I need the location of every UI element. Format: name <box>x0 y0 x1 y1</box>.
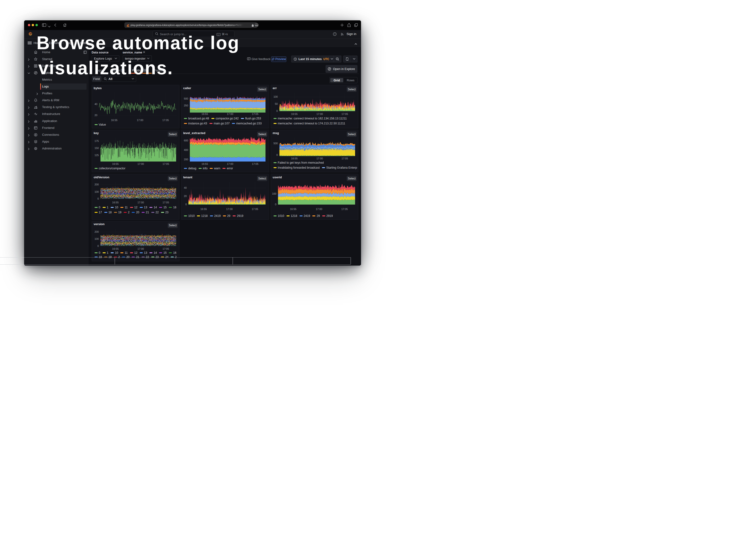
svg-text:17:05: 17:05 <box>162 119 169 121</box>
svg-text:16:55: 16:55 <box>291 157 298 160</box>
svg-text:40: 40 <box>184 187 187 189</box>
svg-text:17:00: 17:00 <box>316 157 323 160</box>
svg-text:17:00: 17:00 <box>227 162 234 165</box>
svg-text:150: 150 <box>94 147 99 149</box>
svg-text:16:55: 16:55 <box>290 208 297 210</box>
svg-text:16:55: 16:55 <box>111 119 117 121</box>
svg-text:0: 0 <box>276 154 278 156</box>
svg-text:17:00: 17:00 <box>137 119 143 121</box>
svg-text:17:05: 17:05 <box>342 157 348 160</box>
svg-text:100: 100 <box>94 237 99 240</box>
svg-text:500: 500 <box>273 142 278 145</box>
svg-text:16:55: 16:55 <box>202 162 208 165</box>
svg-text:400: 400 <box>184 148 188 151</box>
svg-text:17:05: 17:05 <box>162 162 169 165</box>
svg-text:175: 175 <box>94 140 99 142</box>
svg-text:17:05: 17:05 <box>252 162 258 165</box>
svg-text:17:00: 17:00 <box>316 113 323 115</box>
svg-text:17:00: 17:00 <box>226 208 233 210</box>
svg-text:200: 200 <box>94 230 99 233</box>
svg-text:0: 0 <box>275 203 276 206</box>
svg-text:40: 40 <box>94 103 97 106</box>
svg-text:200: 200 <box>184 158 188 161</box>
svg-text:17:00: 17:00 <box>137 201 144 204</box>
svg-text:600: 600 <box>184 139 188 142</box>
svg-text:0: 0 <box>185 203 187 206</box>
svg-text:100: 100 <box>273 96 278 98</box>
svg-text:0: 0 <box>276 110 278 112</box>
svg-text:16:55: 16:55 <box>112 162 119 165</box>
svg-text:50: 50 <box>275 102 278 105</box>
svg-text:17:05: 17:05 <box>162 201 169 204</box>
svg-text:17:00: 17:00 <box>137 247 144 250</box>
svg-text:17:00: 17:00 <box>227 113 234 115</box>
svg-text:16:55: 16:55 <box>202 113 208 115</box>
svg-text:500: 500 <box>184 97 188 100</box>
svg-text:17:05: 17:05 <box>342 208 348 210</box>
svg-text:200: 200 <box>94 183 99 186</box>
svg-text:17:05: 17:05 <box>252 208 258 210</box>
svg-text:100: 100 <box>94 190 99 193</box>
svg-text:16:55: 16:55 <box>201 208 207 210</box>
svg-text:16:55: 16:55 <box>112 201 119 204</box>
svg-text:16:55: 16:55 <box>112 247 119 250</box>
svg-text:17:00: 17:00 <box>315 208 322 210</box>
svg-text:17:05: 17:05 <box>252 113 258 115</box>
svg-text:0: 0 <box>97 197 99 200</box>
svg-text:k6: k6 <box>36 107 37 109</box>
svg-text:20: 20 <box>94 114 97 117</box>
svg-text:17:05: 17:05 <box>342 113 348 115</box>
svg-text:250: 250 <box>184 104 188 107</box>
svg-text:20: 20 <box>184 195 187 198</box>
svg-text:?: ? <box>334 33 335 35</box>
svg-text:17:00: 17:00 <box>137 162 144 165</box>
svg-text:17:05: 17:05 <box>162 247 169 250</box>
svg-text:125: 125 <box>94 154 99 157</box>
svg-text:16:55: 16:55 <box>291 113 298 115</box>
svg-text:0: 0 <box>97 244 99 247</box>
svg-text:100: 100 <box>272 192 276 195</box>
